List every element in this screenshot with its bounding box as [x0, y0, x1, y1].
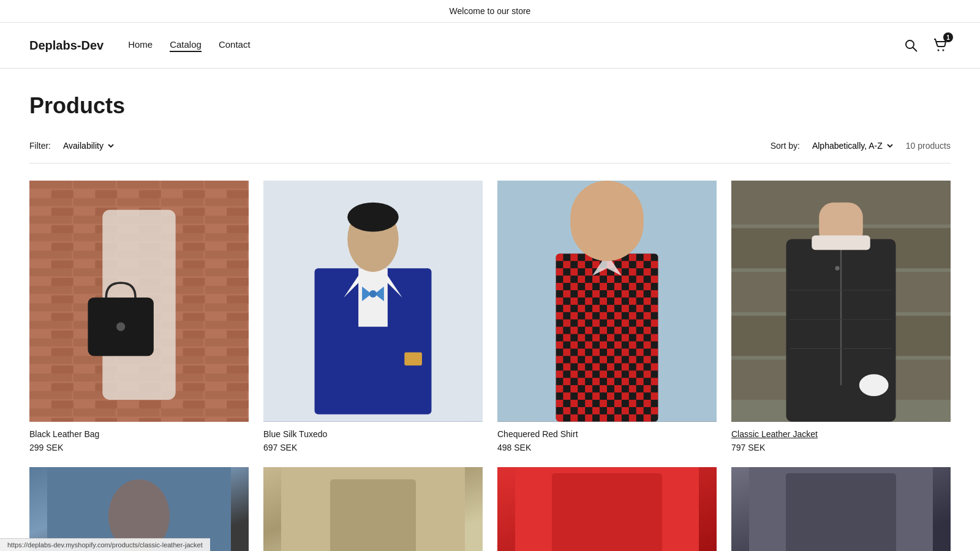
search-icon	[904, 39, 918, 52]
svg-point-10	[116, 323, 125, 331]
svg-point-3	[943, 50, 944, 51]
product-illustration	[497, 181, 717, 422]
svg-point-20	[347, 203, 399, 232]
filter-section: Filter: Availability	[29, 138, 119, 153]
product-illustration	[263, 181, 483, 422]
header: Deplabs-Dev Home Catalog Contact 1	[0, 23, 980, 69]
filter-label: Filter:	[29, 141, 51, 151]
product-image	[497, 181, 717, 422]
svg-point-18	[369, 290, 377, 298]
nav-item-catalog[interactable]: Catalog	[170, 39, 202, 52]
announcement-bar: Welcome to our store	[0, 0, 980, 23]
product-count: 10 products	[906, 141, 951, 151]
cart-badge: 1	[943, 32, 953, 42]
product-card[interactable]	[731, 467, 951, 551]
product-name: Blue Silk Tuxedo	[263, 429, 483, 439]
filter-sort-bar: Filter: Availability Sort by: Alphabetic…	[29, 138, 951, 163]
chevron-down-icon	[107, 142, 115, 149]
statusbar: https://deplabs-dev.myshopify.com/produc…	[0, 538, 210, 551]
cart-button[interactable]: 1	[930, 35, 951, 56]
header-icons: 1	[902, 35, 951, 56]
product-price: 299 SEK	[29, 443, 249, 452]
product-name: Chequered Red Shirt	[497, 429, 717, 439]
product-grid: Black Leather Bag 299 SEK	[29, 181, 951, 452]
sort-label: Sort by:	[771, 141, 800, 151]
svg-point-46	[859, 374, 889, 396]
sort-value: Alphabetically, A-Z	[812, 141, 883, 151]
svg-point-0	[906, 40, 914, 48]
product-card[interactable]: Black Leather Bag 299 SEK	[29, 181, 249, 452]
svg-point-45	[835, 266, 839, 271]
product-image	[29, 181, 249, 422]
nav-item-contact[interactable]: Contact	[219, 39, 251, 52]
sort-section: Sort by: Alphabetically, A-Z 10 products	[771, 138, 951, 153]
svg-rect-48	[812, 235, 870, 250]
product-name: Black Leather Bag	[29, 429, 249, 439]
product-image	[731, 181, 951, 422]
logo[interactable]: Deplabs-Dev	[29, 39, 104, 53]
product-card[interactable]	[263, 467, 483, 551]
product-image	[263, 181, 483, 422]
header-left: Deplabs-Dev Home Catalog Contact	[29, 39, 251, 53]
product-image	[263, 467, 483, 551]
svg-rect-52	[330, 479, 416, 551]
sort-dropdown[interactable]: Alphabetically, A-Z	[807, 138, 899, 153]
product-card[interactable]: Chequered Red Shirt 498 SEK	[497, 181, 717, 452]
page-title: Products	[29, 93, 951, 119]
svg-point-2	[938, 50, 940, 51]
product-price: 697 SEK	[263, 443, 483, 452]
nav-item-home[interactable]: Home	[128, 39, 153, 52]
statusbar-url: https://deplabs-dev.myshopify.com/produc…	[7, 541, 203, 549]
product-illustration	[731, 467, 951, 551]
product-name[interactable]: Classic Leather Jacket	[731, 429, 951, 439]
product-illustration	[263, 467, 483, 551]
announcement-text: Welcome to our store	[450, 6, 531, 16]
product-price: 797 SEK	[731, 443, 951, 452]
svg-rect-31	[570, 181, 643, 261]
search-button[interactable]	[902, 36, 920, 54]
svg-rect-28	[556, 253, 658, 421]
product-card[interactable]	[497, 467, 717, 551]
main-content: Products Filter: Availability Sort by: A…	[0, 69, 980, 551]
svg-rect-56	[786, 473, 896, 551]
availability-filter[interactable]: Availability	[58, 138, 119, 153]
chevron-down-icon	[886, 142, 894, 149]
availability-label: Availability	[63, 141, 104, 151]
product-card[interactable]: Classic Leather Jacket 797 SEK	[731, 181, 951, 452]
product-illustration	[497, 467, 717, 551]
product-illustration	[731, 181, 951, 422]
product-price: 498 SEK	[497, 443, 717, 452]
product-image	[731, 467, 951, 551]
product-illustration	[29, 181, 249, 422]
product-image	[497, 467, 717, 551]
svg-rect-54	[552, 473, 662, 551]
product-card[interactable]: Blue Silk Tuxedo 697 SEK	[263, 181, 483, 452]
svg-line-1	[913, 48, 918, 52]
svg-rect-22	[404, 352, 422, 365]
main-nav: Home Catalog Contact	[128, 39, 250, 52]
